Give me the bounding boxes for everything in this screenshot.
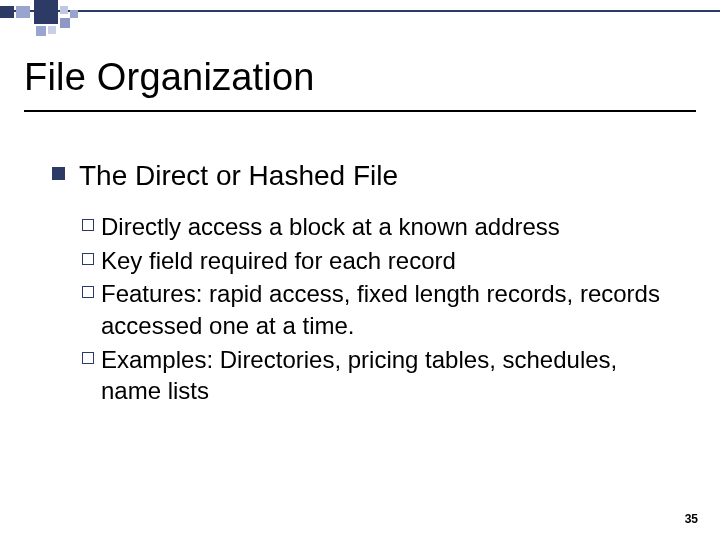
svg-rect-2	[16, 6, 30, 18]
svg-rect-0	[0, 10, 720, 12]
svg-rect-7	[36, 26, 46, 36]
sub-bullet-list: Directly access a block at a known addre…	[82, 211, 672, 407]
svg-rect-8	[48, 26, 56, 34]
bullet-text: Examples: Directories, pricing tables, s…	[101, 344, 661, 407]
page-number: 35	[685, 512, 698, 526]
bullet-text: Directly access a block at a known addre…	[101, 211, 560, 243]
hollow-square-bullet-icon	[82, 253, 94, 265]
bullet-text: Features: rapid access, fixed length rec…	[101, 278, 661, 341]
bullet-level2: Directly access a block at a known addre…	[82, 211, 672, 243]
svg-rect-3	[34, 0, 58, 24]
svg-rect-6	[60, 18, 70, 28]
hollow-square-bullet-icon	[82, 352, 94, 364]
page-title: File Organization	[24, 56, 315, 99]
header-decoration	[0, 0, 720, 40]
svg-rect-1	[0, 6, 14, 18]
content-area: The Direct or Hashed File Directly acces…	[52, 158, 672, 409]
title-underline	[24, 110, 696, 112]
slide: File Organization The Direct or Hashed F…	[0, 0, 720, 540]
svg-rect-5	[70, 10, 78, 18]
svg-rect-4	[60, 6, 68, 14]
bullet-level2: Features: rapid access, fixed length rec…	[82, 278, 672, 341]
bullet-level1: The Direct or Hashed File	[52, 158, 672, 193]
bullet-text: Key field required for each record	[101, 245, 456, 277]
hollow-square-bullet-icon	[82, 219, 94, 231]
bullet-level2: Key field required for each record	[82, 245, 672, 277]
section-heading: The Direct or Hashed File	[79, 158, 398, 193]
square-bullet-icon	[52, 167, 65, 180]
bullet-level2: Examples: Directories, pricing tables, s…	[82, 344, 672, 407]
hollow-square-bullet-icon	[82, 286, 94, 298]
